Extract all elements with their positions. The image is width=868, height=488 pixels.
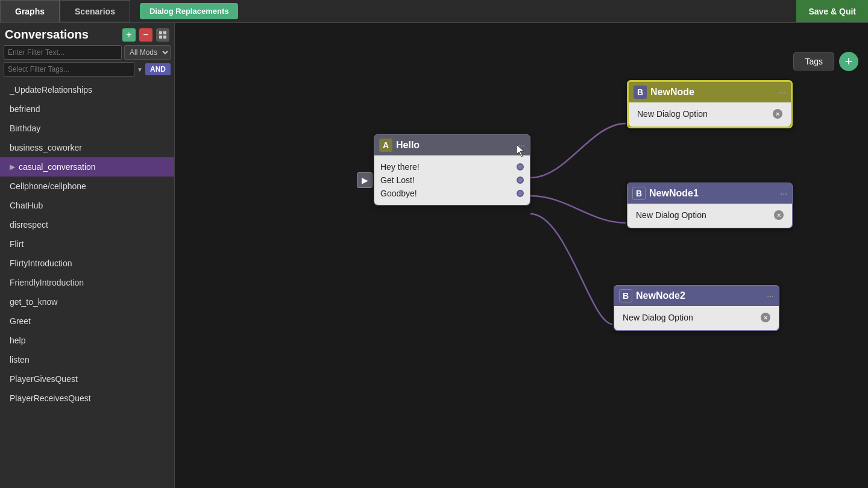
- remove-conversation-button[interactable]: −: [139, 28, 153, 42]
- save-quit-button[interactable]: Save & Quit: [796, 0, 868, 22]
- sidebar-item-casual_conversation[interactable]: ▶casual_conversation: [0, 157, 174, 177]
- tab-scenarios-label: Scenarios: [75, 7, 115, 16]
- tab-graphs-label: Graphs: [15, 7, 45, 16]
- new-dialog-option1-text: New Dialog Option: [636, 210, 772, 220]
- node-newnode2-letter: B: [619, 289, 632, 302]
- sidebar-item-flirt[interactable]: Flirt: [0, 234, 174, 254]
- sidebar-item-chathub[interactable]: ChatHub: [0, 196, 174, 215]
- sidebar-item-label: get_to_know: [10, 297, 57, 307]
- grid-view-button[interactable]: [156, 28, 169, 42]
- sidebar-item-birthday[interactable]: Birthday: [0, 119, 174, 138]
- close-dialog-option1-button[interactable]: ✕: [774, 210, 784, 220]
- sidebar-item-label: Greet: [10, 316, 31, 326]
- node-newnode1-title: NewNode1: [649, 188, 776, 199]
- sidebar-item-label: befriend: [10, 104, 40, 114]
- sidebar-item-label: Cellphone/cellphone: [10, 181, 86, 191]
- dialog-option-row: New Dialog Option ✕: [635, 107, 785, 120]
- close-dialog-option-button[interactable]: ✕: [773, 109, 782, 119]
- sidebar-item-help[interactable]: help: [0, 331, 174, 350]
- node-newnode1-header: B NewNode1 ···: [627, 183, 792, 204]
- svg-rect-0: [159, 31, 162, 34]
- play-button[interactable]: ▶: [357, 172, 373, 188]
- node-newnode-title: NewNode: [650, 87, 775, 98]
- dialog-replacements-button[interactable]: Dialog Replacements: [140, 3, 239, 19]
- svg-rect-3: [163, 36, 166, 39]
- sidebar-item-label: business_coworker: [10, 143, 82, 152]
- node-newnode-menu[interactable]: ···: [779, 87, 786, 97]
- node-hello-title: Hello: [396, 140, 514, 151]
- tags-filter-input[interactable]: [4, 62, 134, 77]
- sidebar-title: Conversations: [5, 28, 119, 42]
- tab-scenarios[interactable]: Scenarios: [60, 0, 130, 22]
- dialog-option-row: Get Lost!: [380, 174, 524, 187]
- filter-input[interactable]: [4, 45, 122, 60]
- sidebar-list: _UpdateRelationshipsbefriendBirthdaybusi…: [0, 80, 174, 488]
- sidebar-item-label: listen: [10, 355, 30, 364]
- tags-dropdown-icon: ▼: [137, 66, 143, 73]
- sidebar: Conversations + − All Mods ▼ AND _Update…: [0, 23, 175, 488]
- sidebar-item-label: _UpdateRelationships: [10, 85, 92, 95]
- node-newnode-letter: B: [634, 86, 647, 99]
- sidebar-item-cellphone_cellphone[interactable]: Cellphone/cellphone: [0, 177, 174, 196]
- dialog-option-label: Get Lost!: [380, 175, 415, 185]
- dialog-option-label: Hey there!: [380, 162, 420, 172]
- sidebar-item-label: help: [10, 336, 25, 345]
- dialog-option-row-2: New Dialog Option ✕: [620, 311, 773, 324]
- node-newnode[interactable]: B NewNode ··· New Dialog Option ✕: [627, 80, 793, 128]
- tags-add-button[interactable]: +: [839, 52, 858, 71]
- sidebar-item-label: FlirtyIntroduction: [10, 258, 72, 268]
- dialog-option-connector[interactable]: [517, 163, 524, 170]
- node-hello-menu[interactable]: ···: [518, 140, 525, 150]
- node-newnode2[interactable]: B NewNode2 ··· New Dialog Option ✕: [614, 285, 779, 331]
- node-newnode2-title: NewNode2: [636, 290, 763, 301]
- dialog-option-label: Goodbye!: [380, 189, 417, 198]
- sidebar-item-label: disrespect: [10, 220, 48, 230]
- sidebar-item-friendlyintroduction[interactable]: FriendlyIntroduction: [0, 273, 174, 292]
- main-canvas[interactable]: Tags + ▶ A Hello ··· Hey there!Get Lost!…: [175, 23, 868, 488]
- sidebar-item-business_coworker[interactable]: business_coworker: [0, 138, 174, 157]
- sidebar-item-playergivesquest[interactable]: PlayerGivesQuest: [0, 369, 174, 389]
- sidebar-item-playerreceivesquest[interactable]: PlayerReceivesQuest: [0, 389, 174, 408]
- sidebar-item-flirtyintroduction[interactable]: FlirtyIntroduction: [0, 254, 174, 273]
- node-hello[interactable]: A Hello ··· Hey there!Get Lost!Goodbye!: [374, 134, 530, 205]
- sidebar-item-listen[interactable]: listen: [0, 350, 174, 369]
- sidebar-item-_updaterelationships[interactable]: _UpdateRelationships: [0, 80, 174, 99]
- dialog-option-row: Goodbye!: [380, 187, 524, 200]
- sidebar-item-get_to_know[interactable]: get_to_know: [0, 292, 174, 311]
- dialog-option-connector[interactable]: [517, 177, 524, 184]
- dialog-option-row-1: New Dialog Option ✕: [634, 208, 786, 222]
- sidebar-header: Conversations + −: [0, 23, 174, 44]
- node-newnode1[interactable]: B NewNode1 ··· New Dialog Option ✕: [627, 183, 793, 228]
- active-arrow-icon: ▶: [10, 163, 15, 171]
- node-hello-body: Hey there!Get Lost!Goodbye!: [374, 155, 530, 205]
- filter-row: All Mods: [0, 44, 174, 61]
- node-hello-letter: A: [379, 139, 392, 152]
- top-bar: Graphs Scenarios Dialog Replacements Sav…: [0, 0, 868, 23]
- dialog-option-connector[interactable]: [517, 190, 524, 197]
- node-newnode1-body: New Dialog Option ✕: [627, 204, 792, 228]
- sidebar-item-greet[interactable]: Greet: [0, 311, 174, 331]
- tags-area: Tags +: [793, 52, 858, 71]
- node-newnode2-menu[interactable]: ···: [767, 291, 774, 301]
- and-button[interactable]: AND: [145, 63, 171, 75]
- node-newnode-header: B NewNode ···: [629, 82, 791, 102]
- svg-rect-2: [159, 36, 162, 39]
- sidebar-item-label: Flirt: [10, 239, 24, 249]
- sidebar-item-label: ChatHub: [10, 201, 43, 210]
- sidebar-item-befriend[interactable]: befriend: [0, 99, 174, 119]
- sidebar-item-label: casual_conversation: [19, 162, 96, 172]
- sidebar-item-label: FriendlyIntroduction: [10, 278, 84, 287]
- node-newnode1-menu[interactable]: ···: [780, 189, 787, 198]
- sidebar-item-disrespect[interactable]: disrespect: [0, 215, 174, 234]
- tags-button[interactable]: Tags: [793, 52, 834, 70]
- node-newnode2-body: New Dialog Option ✕: [614, 306, 779, 330]
- tab-graphs[interactable]: Graphs: [0, 0, 60, 22]
- svg-rect-1: [163, 31, 166, 34]
- close-dialog-option2-button[interactable]: ✕: [761, 313, 770, 322]
- node-hello-header: A Hello ···: [374, 135, 530, 155]
- new-dialog-option-text: New Dialog Option: [637, 109, 770, 119]
- mods-select[interactable]: All Mods: [124, 45, 171, 60]
- tags-filter-row: ▼ AND: [0, 61, 174, 78]
- add-conversation-button[interactable]: +: [122, 28, 136, 42]
- node-newnode-body: New Dialog Option ✕: [629, 102, 791, 127]
